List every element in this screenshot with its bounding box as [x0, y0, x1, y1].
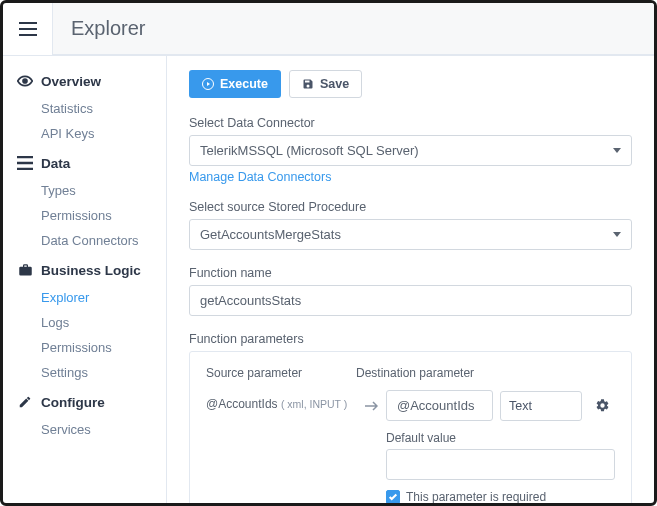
procedure-field: Select source Stored Procedure GetAccoun… [189, 200, 632, 250]
sidebar-item-services[interactable]: Services [3, 417, 166, 442]
play-icon [202, 78, 214, 90]
sidebar-section-data[interactable]: Data [3, 148, 166, 178]
sidebar-section-configure[interactable]: Configure [3, 387, 166, 417]
function-name-field: Function name [189, 266, 632, 316]
save-icon [302, 78, 314, 90]
connector-select[interactable]: TelerikMSSQL (Microsoft SQL Server) [189, 135, 632, 166]
default-value-input[interactable] [386, 449, 615, 480]
gear-icon [595, 398, 610, 413]
action-bar: Execute Save [189, 70, 632, 98]
save-button[interactable]: Save [289, 70, 362, 98]
required-checkbox[interactable] [386, 490, 400, 503]
required-row: This parameter is required [386, 490, 615, 503]
arrow-right-icon [364, 390, 378, 414]
source-param-name: @AccountIds [206, 397, 278, 411]
param-type-value: Text [509, 399, 532, 413]
params-label: Function parameters [189, 332, 632, 346]
sidebar: Overview Statistics API Keys Data Types … [3, 56, 167, 503]
eye-icon [17, 73, 33, 89]
sidebar-section-overview[interactable]: Overview [3, 66, 166, 96]
title-area: Explorer [53, 3, 654, 55]
default-value-label: Default value [386, 431, 615, 445]
procedure-value: GetAccountsMergeStats [200, 227, 341, 242]
source-param-meta: ( xml, INPUT ) [281, 398, 347, 410]
function-name-label: Function name [189, 266, 632, 280]
sidebar-section-label: Configure [41, 395, 105, 410]
sidebar-item-types[interactable]: Types [3, 178, 166, 203]
menu-toggle[interactable] [3, 3, 53, 55]
param-settings-button[interactable] [589, 391, 615, 421]
check-icon [388, 492, 398, 502]
sidebar-item-permissions[interactable]: Permissions [3, 203, 166, 228]
sidebar-section-label: Overview [41, 74, 101, 89]
sidebar-section-business-logic[interactable]: Business Logic [3, 255, 166, 285]
dest-param-input[interactable] [386, 390, 493, 421]
execute-button[interactable]: Execute [189, 70, 281, 98]
param-type-select[interactable]: Text [500, 391, 582, 421]
params-box: Source parameter Destination parameter @… [189, 351, 632, 503]
hamburger-icon [19, 22, 37, 36]
pencil-icon [17, 394, 33, 410]
app-window: Explorer Overview Statistics API Keys Da… [0, 0, 657, 506]
param-row: @AccountIds ( xml, INPUT ) Text [206, 390, 615, 503]
destination-column: Text Default value [386, 390, 615, 503]
page-title: Explorer [71, 17, 636, 40]
briefcase-icon [17, 262, 33, 278]
connector-label: Select Data Connector [189, 116, 632, 130]
sidebar-item-explorer[interactable]: Explorer [3, 285, 166, 310]
topbar: Explorer [3, 3, 654, 56]
caret-down-icon [613, 232, 621, 237]
sidebar-item-data-connectors[interactable]: Data Connectors [3, 228, 166, 253]
sidebar-item-bl-permissions[interactable]: Permissions [3, 335, 166, 360]
required-label: This parameter is required [406, 490, 546, 503]
procedure-label: Select source Stored Procedure [189, 200, 632, 214]
sidebar-section-label: Business Logic [41, 263, 141, 278]
main-content: Execute Save Select Data Connector Teler… [167, 56, 654, 503]
sidebar-item-settings[interactable]: Settings [3, 360, 166, 385]
source-param-header: Source parameter [206, 366, 356, 380]
sidebar-section-label: Data [41, 156, 70, 171]
svg-point-0 [23, 79, 27, 83]
connector-field: Select Data Connector TelerikMSSQL (Micr… [189, 116, 632, 184]
function-parameters: Function parameters Source parameter Des… [189, 332, 632, 503]
save-label: Save [320, 77, 349, 91]
caret-down-icon [613, 148, 621, 153]
connector-value: TelerikMSSQL (Microsoft SQL Server) [200, 143, 419, 158]
list-icon [17, 155, 33, 171]
sidebar-item-logs[interactable]: Logs [3, 310, 166, 335]
sidebar-item-api-keys[interactable]: API Keys [3, 121, 166, 146]
sidebar-item-statistics[interactable]: Statistics [3, 96, 166, 121]
procedure-select[interactable]: GetAccountsMergeStats [189, 219, 632, 250]
execute-label: Execute [220, 77, 268, 91]
dest-param-header: Destination parameter [356, 366, 474, 380]
manage-connectors-link[interactable]: Manage Data Connectors [189, 170, 331, 184]
source-param: @AccountIds ( xml, INPUT ) [206, 390, 356, 411]
params-header: Source parameter Destination parameter [206, 366, 615, 380]
body: Overview Statistics API Keys Data Types … [3, 56, 654, 503]
function-name-input[interactable] [189, 285, 632, 316]
